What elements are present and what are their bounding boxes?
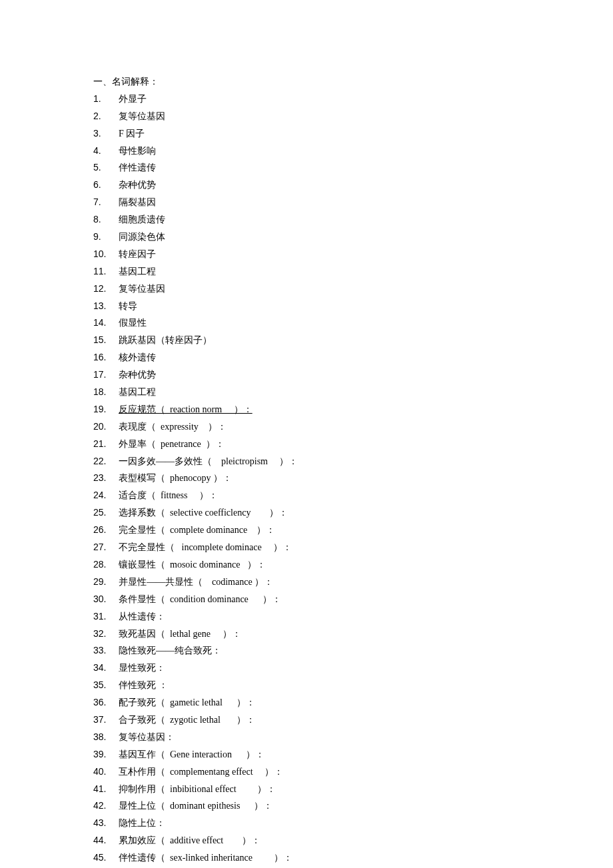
item-term: 伴性致死 ： <box>119 677 168 694</box>
item-term: 隐性致死——纯合致死： <box>119 642 221 659</box>
item-term: 伴性遗传（ sex-linked inheritance ）： <box>119 849 293 867</box>
item-term: 反应规范（ reaction norm ）： <box>119 401 253 418</box>
item-term: 条件显性（ condition dominance ）： <box>119 591 281 608</box>
item-term: 累加效应（ additive effect ）： <box>119 832 261 849</box>
item-number: 36. <box>93 694 119 711</box>
item-number: 43. <box>93 815 119 832</box>
item-term: 复等位基因 <box>119 280 165 298</box>
item-number: 15. <box>93 332 119 349</box>
item-term: 伴性遗传 <box>119 159 156 177</box>
item-term: 基因互作（ Gene interaction ）： <box>119 746 265 763</box>
item-number: 24. <box>93 487 119 504</box>
list-item: 33.隐性致死——纯合致死： <box>93 642 520 659</box>
item-term: 外显子 <box>119 91 147 108</box>
item-number: 31. <box>93 608 119 626</box>
item-term: 母性影响 <box>119 143 156 160</box>
item-number: 1. <box>93 91 119 108</box>
item-term: 表现度（ expressity ）： <box>119 418 227 436</box>
list-item: 42.显性上位（ dominant epithesis ）： <box>93 797 520 815</box>
item-term: 互朴作用（ complementang effect ）： <box>119 763 283 781</box>
item-term: 合子致死（ zygotic lethal ）： <box>119 711 255 729</box>
item-term: 配子致死（ gametic lethal ）： <box>119 694 255 711</box>
item-term: 细胞质遗传 <box>119 211 165 228</box>
list-item: 11.基因工程 <box>93 263 520 280</box>
list-item: 43.隐性上位： <box>93 815 520 832</box>
item-term: 适合度（ fittness ）： <box>119 487 218 504</box>
list-item: 6.杂种优势 <box>93 177 520 194</box>
item-term: 转座因子 <box>119 246 156 263</box>
item-number: 14. <box>93 314 119 332</box>
item-number: 19. <box>93 401 119 418</box>
item-number: 21. <box>93 436 119 453</box>
list-item: 18.基因工程 <box>93 384 520 401</box>
item-number: 28. <box>93 556 119 574</box>
list-item: 38.复等位基因： <box>93 729 520 746</box>
list-item: 2.复等位基因 <box>93 108 520 125</box>
item-term: 致死基因（ lethal gene ）： <box>119 626 241 643</box>
list-item: 19.反应规范（ reaction norm ）： <box>93 401 520 418</box>
list-item: 3.F 因子 <box>93 125 520 143</box>
list-item: 34.显性致死： <box>93 659 520 677</box>
item-number: 6. <box>93 177 119 194</box>
list-item: 21.外显率（ penetrance ）： <box>93 436 520 453</box>
item-number: 35. <box>93 677 119 694</box>
term-list: 1.外显子2.复等位基因3.F 因子4.母性影响5.伴性遗传6.杂种优势7.隔裂… <box>93 91 520 868</box>
item-number: 22. <box>93 453 119 470</box>
item-number: 7. <box>93 194 119 211</box>
list-item: 22.一因多效——多效性（ pleictropism ）： <box>93 453 520 470</box>
list-item: 20.表现度（ expressity ）： <box>93 418 520 436</box>
list-item: 17.杂种优势 <box>93 366 520 384</box>
item-term: 基因工程 <box>119 263 156 280</box>
item-term: 复等位基因 <box>119 108 165 125</box>
item-term: 显性致死： <box>119 659 165 677</box>
item-term: 杂种优势 <box>119 366 156 384</box>
item-term: 表型模写（ phenocopy ）： <box>119 470 232 487</box>
item-number: 18. <box>93 384 119 401</box>
list-item: 4.母性影响 <box>93 143 520 160</box>
list-item: 1.外显子 <box>93 91 520 108</box>
item-term: 跳跃基因（转座因子） <box>119 332 212 349</box>
item-number: 9. <box>93 228 119 246</box>
item-number: 17. <box>93 366 119 384</box>
item-term: 抑制作用（ inbibitional effect ）： <box>119 781 276 798</box>
item-term: 显性上位（ dominant epithesis ）： <box>119 797 273 815</box>
list-item: 7.隔裂基因 <box>93 194 520 211</box>
item-number: 45. <box>93 849 119 867</box>
list-item: 37.合子致死（ zygotic lethal ）： <box>93 711 520 729</box>
item-term: 隐性上位： <box>119 815 165 832</box>
list-item: 10.转座因子 <box>93 246 520 263</box>
item-term: 基因工程 <box>119 384 156 401</box>
item-term: 不完全显性（ incomplete dominace ）： <box>119 539 292 556</box>
section-title: 一、名词解释： <box>93 73 520 91</box>
item-number: 41. <box>93 781 119 798</box>
item-number: 13. <box>93 298 119 315</box>
list-item: 16.核外遗传 <box>93 349 520 366</box>
list-item: 24.适合度（ fittness ）： <box>93 487 520 504</box>
list-item: 29.并显性——共显性（ codimance ）： <box>93 574 520 591</box>
item-term: 复等位基因： <box>119 729 175 746</box>
list-item: 27.不完全显性（ incomplete dominace ）： <box>93 539 520 556</box>
item-term: 选择系数（ selective coefficlency ）： <box>119 504 288 522</box>
item-term: 隔裂基因 <box>119 194 156 211</box>
list-item: 25.选择系数（ selective coefficlency ）： <box>93 504 520 522</box>
item-term: 一因多效——多效性（ pleictropism ）： <box>119 453 299 470</box>
item-term: 完全显性（ complete dominance ）： <box>119 522 275 539</box>
list-item: 15.跳跃基因（转座因子） <box>93 332 520 349</box>
list-item: 12.复等位基因 <box>93 280 520 298</box>
list-item: 36.配子致死（ gametic lethal ）： <box>93 694 520 711</box>
item-number: 4. <box>93 143 119 160</box>
item-term: 并显性——共显性（ codimance ）： <box>119 574 273 591</box>
item-number: 44. <box>93 832 119 849</box>
list-item: 41.抑制作用（ inbibitional effect ）： <box>93 781 520 798</box>
list-item: 45.伴性遗传（ sex-linked inheritance ）： <box>93 849 520 867</box>
list-item: 32.致死基因（ lethal gene ）： <box>93 626 520 643</box>
item-number: 23. <box>93 470 119 487</box>
item-term: 核外遗传 <box>119 349 156 366</box>
item-number: 29. <box>93 574 119 591</box>
list-item: 8.细胞质遗传 <box>93 211 520 228</box>
item-number: 8. <box>93 211 119 228</box>
item-number: 38. <box>93 729 119 746</box>
list-item: 35.伴性致死 ： <box>93 677 520 694</box>
list-item: 5.伴性遗传 <box>93 159 520 177</box>
item-term: 外显率（ penetrance ）： <box>119 436 225 453</box>
